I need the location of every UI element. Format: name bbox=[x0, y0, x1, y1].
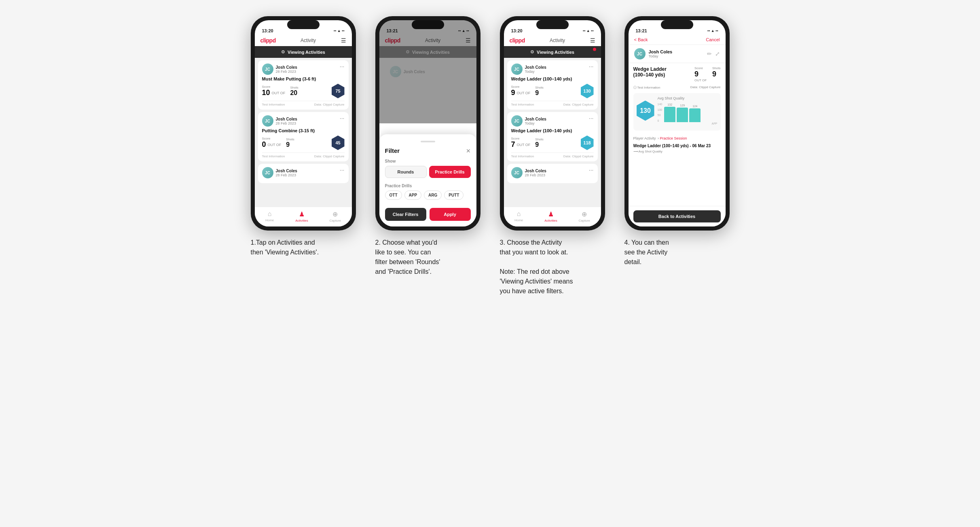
nav-home-3[interactable]: ⌂ Home bbox=[514, 210, 523, 222]
score-stat-3-2: Score 7 OUT OF bbox=[511, 137, 531, 149]
y-label-0: 0 bbox=[658, 119, 663, 122]
score-num-1: 10 bbox=[262, 89, 270, 97]
shots-stat-2: Shots 9 bbox=[286, 138, 294, 148]
more-icon-3[interactable]: ··· bbox=[340, 167, 345, 173]
more-icon-3-2[interactable]: ··· bbox=[589, 115, 594, 121]
edit-icon[interactable]: ✏ bbox=[707, 51, 712, 57]
phone-column-2: 13:21 ▪▪ ▲ ▪▪ clippd Activity ☰ ⚙ Viewin… bbox=[371, 16, 485, 277]
footer-right-1: Data: Clippd Capture bbox=[314, 103, 345, 106]
activity-card-3-2[interactable]: JC Josh Coles Today ··· Wedge Ladder (10… bbox=[507, 112, 598, 161]
activity-title-1: Must Make Putting (3-6 ft) bbox=[262, 76, 345, 81]
caption-3: 3. Choose the Activitythat you want to l… bbox=[500, 238, 605, 296]
screen-dim bbox=[379, 20, 476, 123]
nav-activities-1[interactable]: ♟ Activities bbox=[295, 210, 308, 222]
stats-row-3-2: Score 7 OUT OF Shots 9 bbox=[511, 135, 594, 150]
nav-activities-3[interactable]: ♟ Activities bbox=[544, 210, 557, 222]
stats-row-3-1: Score 9 OUT OF Shots 9 bbox=[511, 84, 594, 98]
more-icon-2[interactable]: ··· bbox=[340, 115, 345, 121]
activity-card-3-3[interactable]: JC Josh Coles 28 Feb 2023 ··· bbox=[507, 164, 598, 183]
status-icons-1: ▪▪ ▲ ▪▪ bbox=[334, 29, 345, 33]
clear-filters-label: Clear Filters bbox=[393, 212, 419, 217]
detail-content: Wedge Ladder(100–140 yds) Score 9 OUT OF bbox=[629, 63, 726, 206]
back-to-activities-btn[interactable]: Back to Activities bbox=[633, 210, 721, 222]
chip-app[interactable]: APP bbox=[404, 190, 422, 200]
user-info-2: Josh Coles 28 Feb 2023 bbox=[276, 117, 297, 125]
clear-filters-btn[interactable]: Clear Filters bbox=[385, 208, 426, 221]
viewing-banner-1[interactable]: ⚙ Viewing Activities bbox=[255, 46, 352, 58]
activity-card-1[interactable]: JC Josh Coles 28 Feb 2023 ··· Must Make … bbox=[258, 60, 349, 110]
activity-card-3-1[interactable]: JC Josh Coles Today ··· Wedge Ladder (10… bbox=[507, 60, 598, 110]
nav-home-label-3: Home bbox=[514, 218, 523, 222]
big-hex: 130 bbox=[637, 101, 654, 121]
notch-4 bbox=[661, 20, 693, 29]
phone-screen-4: 13:21 ▪▪ ▲ ▪▪ < Back Cancel JC Josh Cole… bbox=[629, 20, 726, 226]
phone-screen-1: 13:20 ▪▪ ▲ ▪▪ clippd Activity ☰ ⚙ Viewin… bbox=[255, 20, 352, 226]
more-icon-3-1[interactable]: ··· bbox=[589, 63, 594, 69]
app-logo-1: clippd bbox=[260, 37, 276, 44]
score-label-3-2: Score bbox=[511, 137, 531, 140]
score-label-3-1: Score bbox=[511, 85, 531, 89]
more-icon-3-3[interactable]: ··· bbox=[589, 167, 594, 173]
user-info-3: Josh Coles 28 Feb 2023 bbox=[276, 169, 297, 177]
phone-frame-2: 13:21 ▪▪ ▲ ▪▪ clippd Activity ☰ ⚙ Viewin… bbox=[375, 16, 480, 231]
app-logo-3: clippd bbox=[510, 37, 525, 44]
filter-icon-3: ⚙ bbox=[530, 49, 534, 55]
footer-left-2: Test Information bbox=[262, 155, 285, 158]
user-row-3-2: JC Josh Coles Today bbox=[511, 115, 546, 127]
caption-4: 4. You can thensee the Activitydetail. bbox=[624, 238, 730, 267]
score-num-3-2: 7 bbox=[511, 140, 515, 149]
capture-icon-1: ⊕ bbox=[332, 210, 338, 218]
nav-capture-1[interactable]: ⊕ Capture bbox=[330, 210, 341, 222]
notch-3 bbox=[536, 20, 569, 29]
chip-arg[interactable]: ARG bbox=[424, 190, 442, 200]
capture-icon-3: ⊕ bbox=[582, 210, 587, 218]
more-icon-1[interactable]: ··· bbox=[340, 63, 345, 69]
avatar-inner-3-2: JC bbox=[511, 115, 523, 127]
nav-home-1[interactable]: ⌂ Home bbox=[265, 210, 274, 222]
footer-right-2: Data: Clippd Capture bbox=[314, 155, 345, 158]
shots-val-2: 9 bbox=[286, 141, 294, 148]
nav-capture-3[interactable]: ⊕ Capture bbox=[579, 210, 590, 222]
banner-text-3: Viewing Activities bbox=[537, 50, 574, 55]
avatar-3: JC bbox=[262, 167, 273, 178]
score-shots-row: Score 9 OUT OF Shots 9 bbox=[694, 66, 721, 82]
back-btn[interactable]: < Back bbox=[634, 37, 648, 42]
chip-putt[interactable]: PUTT bbox=[444, 190, 464, 200]
hamburger-icon-1[interactable]: ☰ bbox=[341, 37, 346, 44]
detail-header: < Back Cancel bbox=[629, 35, 726, 45]
card-header-2: JC Josh Coles 28 Feb 2023 ··· bbox=[262, 115, 345, 127]
expand-icon[interactable]: ⤢ bbox=[715, 51, 720, 57]
big-hex-val: 130 bbox=[640, 107, 651, 114]
rounds-btn[interactable]: Rounds bbox=[385, 166, 427, 178]
sub-metric-arrow: ⟶ bbox=[633, 150, 639, 153]
practice-drills-btn[interactable]: Practice Drills bbox=[429, 166, 471, 178]
scroll-content-3: JC Josh Coles Today ··· Wedge Ladder (10… bbox=[504, 58, 601, 207]
score-row-3-2: 7 OUT OF bbox=[511, 140, 531, 149]
card-footer-2: Test Information Data: Clippd Capture bbox=[262, 152, 345, 158]
activity-card-2[interactable]: JC Josh Coles 28 Feb 2023 ··· Putting Co… bbox=[258, 112, 349, 161]
activity-card-3[interactable]: JC Josh Coles 28 Feb 2023 ··· bbox=[258, 164, 349, 183]
nav-capture-label-1: Capture bbox=[330, 219, 341, 222]
chip-arg-label: ARG bbox=[428, 193, 437, 197]
filter-close-icon[interactable]: ✕ bbox=[466, 148, 471, 154]
hamburger-icon-3[interactable]: ☰ bbox=[590, 37, 595, 44]
practice-session-link[interactable]: Practice Session bbox=[660, 136, 687, 140]
viewing-banner-3[interactable]: ⚙ Viewing Activities bbox=[504, 46, 601, 58]
avatar-3-1: JC bbox=[511, 63, 523, 75]
chip-ott-label: OTT bbox=[389, 193, 398, 197]
apply-btn[interactable]: Apply bbox=[430, 208, 471, 221]
quality-header: 130 Avg Shot Quality 140 100 50 bbox=[637, 96, 718, 125]
user-row-2: JC Josh Coles 28 Feb 2023 bbox=[262, 115, 297, 127]
shots-col: Shots 9 bbox=[712, 66, 720, 82]
activity-title-3-2: Wedge Ladder (100–140 yds) bbox=[511, 128, 594, 133]
detail-title-row: Wedge Ladder(100–140 yds) Score 9 OUT OF bbox=[633, 66, 721, 82]
user-date-2: 28 Feb 2023 bbox=[276, 121, 297, 125]
cancel-btn[interactable]: Cancel bbox=[706, 37, 720, 42]
chip-ott[interactable]: OTT bbox=[385, 190, 402, 200]
filter-icon-1: ⚙ bbox=[281, 49, 285, 55]
shots-label-2: Shots bbox=[286, 138, 294, 141]
sub-metric: ⟶ Avg Shot Quality bbox=[633, 150, 721, 153]
bottom-bar-4: Back to Activities bbox=[629, 206, 726, 226]
back-to-activities-label: Back to Activities bbox=[658, 214, 695, 219]
bar-2: 129 bbox=[677, 104, 688, 122]
